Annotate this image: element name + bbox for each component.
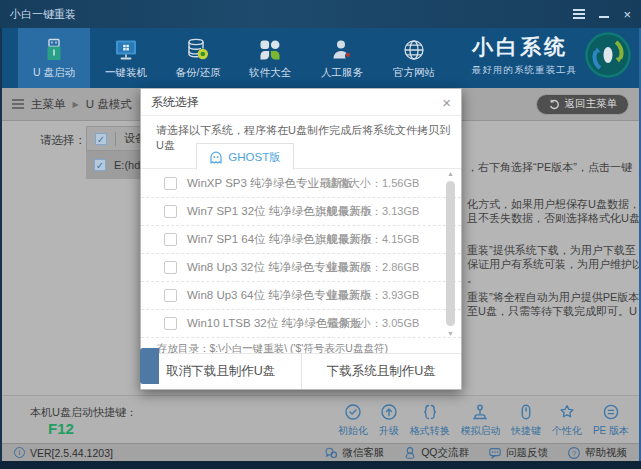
version-info: i VER[2.5.44.1203]: [14, 447, 113, 459]
database-icon: [185, 37, 211, 63]
device-checkbox[interactable]: ✓: [94, 159, 106, 171]
arrow-up-circle-icon: [379, 402, 399, 422]
help-line: 重装”将全程自动为用户提供PE版本: [467, 290, 639, 305]
action-initialize[interactable]: 初始化: [338, 402, 368, 438]
nav-label: 软件大全: [249, 66, 291, 80]
system-row[interactable]: Win7 SP1 64位 纯净绿色旗舰最新版 镜像大小：4.15GB: [141, 226, 461, 254]
breadcrumb-current: U 盘模式: [86, 97, 132, 112]
close-button[interactable]: ×: [623, 8, 631, 21]
system-list: WinXP SP3 纯净绿色专业最新版 镜像大小：1.56GB Win7 SP1…: [141, 170, 461, 338]
help-video-link[interactable]: ? 帮助视频: [567, 446, 627, 460]
convert-braces-icon: [420, 402, 440, 422]
bottom-toolbar: 本机U盘启动快捷键： F12 初始化 升级 格式转换: [2, 395, 639, 443]
back-arrow-icon: [548, 98, 560, 110]
help-line: ，右下角选择“PE版本”，点击一键: [467, 160, 632, 175]
boot-hotkey-label: 本机U盘启动快捷键：: [30, 405, 137, 420]
scroll-up-icon[interactable]: ▲: [445, 170, 456, 177]
qq-penguin-icon: [403, 446, 417, 460]
back-to-main-button[interactable]: 返回主菜单: [536, 94, 630, 115]
titlebar: 小白一键重装 ×: [0, 0, 641, 28]
svg-text:?: ?: [572, 448, 576, 457]
version-text: VER[2.5.44.1203]: [30, 447, 113, 459]
scroll-down-icon[interactable]: ▼: [445, 330, 456, 337]
nav-label: 官方网站: [393, 66, 435, 80]
header-divider: [115, 132, 116, 146]
back-button-label: 返回主菜单: [565, 97, 618, 111]
system-checkbox[interactable]: [164, 233, 177, 246]
window-bottom-border: [0, 461, 641, 469]
dialog-tabs: GHOST版: [141, 143, 461, 169]
help-line: 。: [467, 271, 478, 286]
wechat-support-link[interactable]: 微信客服: [324, 446, 384, 460]
system-checkbox[interactable]: [164, 177, 177, 190]
window-controls: ×: [573, 8, 631, 21]
system-checkbox[interactable]: [164, 261, 177, 274]
system-checkbox[interactable]: [164, 205, 177, 218]
feedback-link[interactable]: 问题反馈: [488, 446, 548, 460]
nav-human-service[interactable]: 人工服务: [306, 28, 378, 88]
system-row[interactable]: Win8 Up3 64位 纯净绿色专业最新版 镜像大小：3.93GB: [141, 282, 461, 310]
help-line: 至U盘，只需等待下载完成即可。U: [467, 304, 637, 319]
menu-icon[interactable]: [573, 13, 585, 15]
download-and-make-button[interactable]: 下载系统且制作U盘: [302, 354, 462, 389]
action-pe-version[interactable]: PE 版本: [593, 402, 629, 438]
system-size: 镜像大小：3.93GB: [327, 288, 419, 303]
select-device-label: 请选择：: [40, 133, 86, 148]
system-checkbox[interactable]: [164, 289, 177, 302]
action-simulate-boot[interactable]: 模拟启动: [460, 402, 500, 438]
pe-version-icon: [601, 402, 621, 422]
check-circle-icon: [343, 402, 363, 422]
cancel-download-button[interactable]: 取消下载且制作U盘: [141, 354, 302, 389]
toolbar-actions: 初始化 升级 格式转换 模拟启动: [338, 402, 629, 438]
select-all-checkbox[interactable]: ✓: [95, 133, 107, 145]
top-nav: U 盘启动 一键装机: [2, 28, 639, 88]
brand-logo-icon: [585, 32, 631, 78]
help-line: 且不丢失数据，否则选择格式化U盘: [467, 211, 639, 226]
breadcrumb-main-menu[interactable]: 主菜单: [31, 97, 66, 112]
help-line: 重装”提供系统下载，为用户下载至: [467, 243, 636, 258]
system-row[interactable]: Win7 SP1 32位 纯净绿色旗舰最新版 镜像大小：3.13GB: [141, 198, 461, 226]
system-select-dialog: 系统选择 × 请选择以下系统，程序将在U盘制作完成后将系统文件拷贝到U盘 GHO…: [140, 88, 462, 390]
dialog-close-icon[interactable]: ×: [442, 95, 451, 110]
scrollbar-thumb[interactable]: [446, 181, 455, 326]
system-size: 镜像大小：3.05GB: [327, 316, 419, 331]
minimize-button[interactable]: [599, 16, 609, 18]
system-size: 镜像大小：3.13GB: [327, 204, 419, 219]
app-window: 小白一键重装 × U 盘启动: [0, 0, 641, 469]
status-links: 微信客服 QQ交流群 问题反馈 ? 帮助视频: [324, 446, 627, 460]
system-size: 镜像大小：1.56GB: [327, 176, 419, 191]
info-icon: i: [14, 447, 25, 458]
system-checkbox[interactable]: [164, 317, 177, 330]
action-personalize[interactable]: 个性化: [552, 402, 582, 438]
nav-official-site[interactable]: 官方网站: [378, 28, 450, 88]
action-upgrade[interactable]: 升级: [379, 402, 399, 438]
nav-usb-boot[interactable]: U 盘启动: [18, 28, 90, 88]
nav-label: 人工服务: [321, 66, 363, 80]
dialog-title: 系统选择: [151, 94, 199, 111]
action-hotkey[interactable]: 快捷键: [511, 402, 541, 438]
usb-drive-icon: [41, 37, 67, 63]
brand: 小白系统 最好用的系统重装工具: [472, 32, 631, 78]
monitor-icon: [113, 37, 139, 63]
tab-label: GHOST版: [228, 150, 280, 165]
system-size: 镜像大小：2.86GB: [327, 260, 419, 275]
qq-group-link[interactable]: QQ交流群: [403, 446, 469, 460]
help-line: 化方式，如果用户想保存U盘数据，就: [467, 197, 639, 212]
star-icon: [557, 402, 577, 422]
feedback-bubble-icon: [488, 446, 502, 460]
apps-clover-icon: [257, 37, 283, 63]
joystick-icon: [470, 402, 490, 422]
system-size: 镜像大小：4.15GB: [327, 232, 419, 247]
statusbar: i VER[2.5.44.1203] 微信客服 QQ交流群: [2, 443, 639, 461]
mouse-icon: [516, 402, 536, 422]
system-row[interactable]: Win10 LTSB 32位 纯净绿色最新版 镜像大小：3.05GB: [141, 310, 461, 338]
nav-one-click-install[interactable]: 一键装机: [90, 28, 162, 88]
system-row[interactable]: WinXP SP3 纯净绿色专业最新版 镜像大小：1.56GB: [141, 170, 461, 198]
system-row[interactable]: Win8 Up3 32位 纯净绿色专业最新版 镜像大小：2.86GB: [141, 254, 461, 282]
person-heart-icon: [329, 37, 355, 63]
nav-backup-restore[interactable]: 备份/还原: [162, 28, 234, 88]
nav-software-collection[interactable]: 软件大全: [234, 28, 306, 88]
action-format-convert[interactable]: 格式转换: [410, 402, 450, 438]
list-scrollbar[interactable]: ▲ ▼: [445, 170, 456, 337]
tab-ghost-edition[interactable]: GHOST版: [196, 143, 294, 170]
